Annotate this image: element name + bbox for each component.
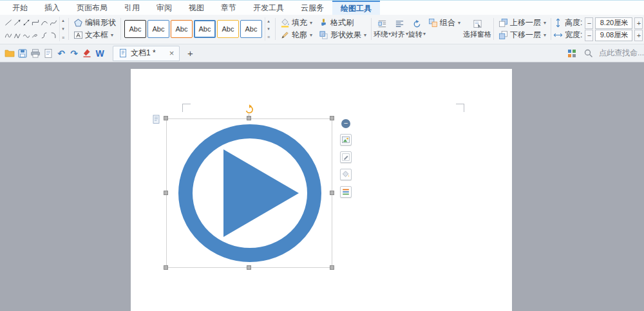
play-button-shape[interactable] — [166, 118, 334, 269]
collapse-quick-tools-button[interactable]: − — [341, 119, 350, 128]
gallery-scroll-up-button[interactable]: ▴ — [60, 17, 66, 24]
group-button[interactable]: 组合 ▾ — [426, 17, 463, 29]
new-tab-button[interactable]: + — [184, 48, 196, 59]
handle-top-right[interactable] — [330, 116, 334, 120]
document-area[interactable]: − — [0, 62, 644, 311]
save-button[interactable] — [16, 46, 29, 61]
tab-close-icon[interactable]: × — [169, 49, 175, 57]
rotate-button[interactable]: 旋转▾ — [408, 16, 426, 42]
outline-button[interactable]: 轮廓 ▾ — [278, 29, 315, 41]
shape-tool-hook-icon[interactable] — [49, 30, 58, 41]
apps-grid-button[interactable] — [565, 46, 578, 61]
picture-layout-icon — [341, 135, 350, 144]
shape-style-preset-6[interactable]: Abc — [240, 20, 262, 38]
menu-tab-insert[interactable]: 插入 — [36, 1, 68, 15]
rotate-label: 旋转 — [408, 30, 422, 39]
print-preview-button[interactable] — [42, 46, 55, 61]
shape-style-preset-5[interactable]: Abc — [217, 20, 239, 38]
signature-button[interactable] — [80, 46, 93, 61]
handle-top-middle[interactable] — [247, 116, 251, 120]
bring-forward-button[interactable]: 上移一层 ▾ — [496, 17, 549, 29]
rotate-handle[interactable] — [244, 104, 254, 115]
document-tab[interactable]: 文档1 * × — [113, 46, 180, 61]
shape-tool-line-icon[interactable] — [4, 17, 13, 28]
redo-button[interactable]: ↷ — [68, 46, 80, 61]
menu-tab-section[interactable]: 章节 — [213, 1, 245, 15]
shape-tool-double-arrow-icon[interactable] — [22, 17, 31, 28]
width-value-field[interactable]: 9.08厘米 — [595, 30, 632, 41]
shape-tool-wave-icon[interactable] — [22, 30, 31, 41]
shape-tool-s-curve-icon[interactable] — [40, 30, 49, 41]
shape-tool-elbow-connector-icon[interactable] — [31, 17, 40, 28]
height-decrease-button[interactable]: − — [585, 17, 593, 29]
shape-style-preset-3[interactable]: Abc — [171, 20, 193, 38]
wrap-label: 环绕 — [374, 30, 388, 39]
handle-top-left[interactable] — [164, 116, 168, 120]
chevron-down-icon: ▾ — [310, 33, 312, 38]
quick-outline-button[interactable] — [340, 186, 352, 198]
quick-layout-button[interactable] — [340, 134, 352, 146]
signature-pen-icon — [82, 48, 92, 59]
height-increase-button[interactable]: + — [634, 17, 643, 29]
apps-grid-icon — [567, 48, 577, 59]
align-button[interactable]: 对齐▾ — [391, 16, 408, 42]
wrap-button[interactable]: 环绕▾ — [374, 16, 391, 42]
presets-scroll-up-button[interactable]: ▴ — [265, 17, 272, 25]
preset-label: Abc — [245, 25, 258, 33]
shape-effects-label: 形状效果 — [330, 30, 361, 41]
chevron-down-icon: ▾ — [458, 21, 460, 26]
shape-effects-button[interactable]: 形状效果 ▾ — [316, 29, 369, 41]
shape-tool-curve-icon[interactable] — [40, 17, 49, 28]
group-label: 组合 — [440, 17, 455, 28]
shape-tool-scribble-icon[interactable] — [4, 30, 13, 41]
fill-button[interactable]: 填充 ▾ — [278, 17, 315, 29]
menu-tab-references[interactable]: 引用 — [116, 1, 148, 15]
format-painter-button[interactable]: 格式刷 — [316, 17, 356, 29]
menu-tab-page-layout[interactable]: 页面布局 — [68, 1, 116, 15]
undo-button[interactable]: ↶ — [55, 46, 68, 61]
send-backward-button[interactable]: 下移一层 ▾ — [496, 29, 549, 41]
quick-fill-button[interactable] — [340, 169, 352, 180]
shape-tool-loop-icon[interactable] — [31, 30, 40, 41]
width-increase-button[interactable]: + — [634, 30, 643, 41]
menu-tab-review[interactable]: 审阅 — [148, 1, 180, 15]
search-button[interactable] — [582, 46, 595, 61]
shape-style-preset-2[interactable]: Abc — [147, 20, 169, 38]
presets-scroll-down-button[interactable]: ▾ — [265, 25, 272, 33]
menu-tab-cloud[interactable]: 云服务 — [292, 1, 332, 15]
search-command-hint[interactable]: 点此查找命... — [599, 48, 644, 59]
quick-edit-button[interactable] — [340, 151, 352, 163]
gallery-more-button[interactable]: ≡ — [60, 33, 66, 41]
handle-middle-right[interactable] — [330, 191, 334, 195]
text-box-button[interactable]: 文本框 ▾ — [71, 29, 116, 41]
play-triangle — [223, 149, 299, 237]
chevron-down-icon: ▾ — [310, 21, 312, 26]
shape-style-preset-4[interactable]: Abc — [194, 20, 216, 38]
edit-shape-button[interactable]: 编辑形状 — [71, 17, 118, 29]
preset-label: Abc — [129, 25, 142, 33]
handle-bottom-right[interactable] — [330, 265, 334, 270]
presets-more-button[interactable]: ≡ — [265, 33, 272, 41]
shape-tool-arrow-icon[interactable] — [13, 17, 22, 28]
open-folder-button[interactable] — [3, 46, 16, 61]
selection-pane-button[interactable]: 选择窗格 — [463, 16, 491, 42]
print-button[interactable] — [29, 46, 42, 61]
menu-tab-home[interactable]: 开始 — [4, 1, 36, 15]
height-value-field[interactable]: 8.20厘米 — [595, 17, 632, 29]
shape-tool-freeform-icon[interactable] — [49, 17, 58, 28]
shape-tool-zigzag-icon[interactable] — [13, 30, 22, 41]
edit-shape-label: 编辑形状 — [85, 17, 116, 28]
menu-tab-developer[interactable]: 开发工具 — [245, 1, 292, 15]
handle-bottom-middle[interactable] — [247, 265, 251, 270]
object-anchor-icon — [153, 115, 160, 124]
menu-tab-view[interactable]: 视图 — [180, 1, 213, 15]
width-decrease-button[interactable]: − — [585, 30, 593, 41]
height-label: 高度: — [565, 17, 582, 28]
wps-writer-logo[interactable]: W — [93, 46, 106, 61]
handle-middle-left[interactable] — [164, 191, 168, 195]
quick-access-bar: ↶ ↷ W 文档1 * × + 点此查找命... — [0, 44, 644, 62]
shape-style-preset-1[interactable]: Abc — [124, 20, 146, 38]
gallery-scroll-down-button[interactable]: ▾ — [60, 25, 66, 33]
menu-tab-drawing-tools[interactable]: 绘图工具 — [332, 1, 380, 15]
handle-bottom-left[interactable] — [164, 265, 168, 270]
